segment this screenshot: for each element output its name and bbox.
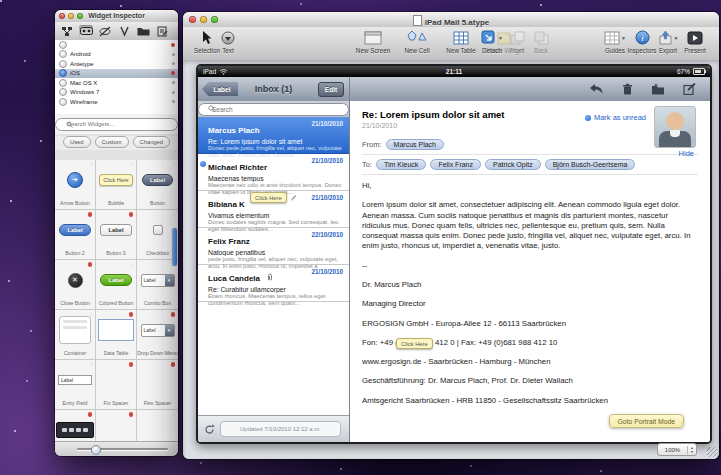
- mail-search-input[interactable]: [198, 103, 349, 116]
- click-here-annotation[interactable]: Click Here: [396, 338, 433, 349]
- widget-cell-colored-button[interactable]: ⁝ Label Colored Button: [96, 260, 136, 309]
- filter-changed-button[interactable]: Changed: [133, 136, 171, 148]
- widget-cell-fix-spacer[interactable]: Fix Spacer: [96, 360, 136, 409]
- new-table-icon: [453, 31, 469, 45]
- hide-widget-icon[interactable]: [98, 25, 112, 38]
- attachment-paperclip-icon: [266, 273, 274, 282]
- toolbar-present[interactable]: Present: [673, 29, 717, 54]
- zoom-value: 100%: [658, 447, 687, 453]
- trash-icon[interactable]: [622, 83, 633, 95]
- updated-status: Updated 7/10/2010 12:12 a.m.: [220, 421, 341, 437]
- filter-used-button[interactable]: Used: [63, 136, 91, 148]
- stars: [0, 0, 2, 2]
- widget-graph-icon[interactable]: [60, 25, 74, 38]
- widget-filters: Used Custom Changed: [55, 136, 178, 150]
- widget-cell[interactable]: [96, 410, 136, 442]
- widget-cell-close-button[interactable]: ✕ Close Button: [55, 260, 95, 309]
- platform-item-android[interactable]: Android: [55, 50, 178, 60]
- platform-item-ios[interactable]: iOS: [55, 69, 178, 79]
- zoom-slider-strip: [55, 441, 178, 456]
- platform-item-wireframe[interactable]: Wireframe: [55, 97, 178, 107]
- mark-as-unread-link[interactable]: Mark as unread: [585, 113, 646, 122]
- platform-ball-icon: [59, 98, 67, 106]
- message-toolbar: [350, 77, 710, 102]
- refresh-icon[interactable]: [204, 424, 215, 435]
- data-table-preview: [98, 319, 134, 341]
- keyboard-preview: [56, 422, 94, 438]
- goto-portrait-mode-annotation[interactable]: Goto Portrait Mode: [609, 414, 684, 428]
- mail-list-pane: Label Inbox (1) Edit Marcus Plach 21/10/…: [198, 77, 350, 442]
- recipient-pill[interactable]: Björn Busch-Geertsema: [545, 159, 636, 170]
- move-to-folder-icon[interactable]: [651, 84, 665, 95]
- add-platform-row[interactable]: [55, 40, 178, 50]
- from-label: From:: [362, 140, 382, 149]
- widget-cell-container[interactable]: ⁝ Container: [55, 310, 95, 359]
- pen-tool-icon[interactable]: [117, 25, 131, 38]
- toolbar-text-tool[interactable]: Text: [206, 29, 250, 54]
- send-back-icon: [534, 31, 549, 45]
- message-date: 21/10/2010: [362, 122, 698, 129]
- unread-dot-icon: [200, 161, 206, 167]
- toolbar-new-cell[interactable]: New Cell: [395, 29, 439, 54]
- arrow-button-preview-icon: ➔: [67, 172, 83, 188]
- platform-item-windows7[interactable]: Windows 7: [55, 88, 178, 98]
- widget-cell-arrow-button[interactable]: ⁝ ➔ Arrow Button: [55, 160, 95, 209]
- hide-link[interactable]: Hide: [679, 149, 694, 158]
- body-paragraph: Lorem ipsum dolor sit amet, consectetuer…: [362, 200, 698, 251]
- inspector-toolbar: [55, 22, 178, 41]
- platform-ball-icon: [59, 79, 67, 87]
- widget-cell-drop-down-menu[interactable]: Label▼ Drop Down Menu: [137, 310, 178, 359]
- main-titlebar[interactable]: iPad Mail 5.atype: [183, 12, 719, 28]
- mail-item-michael-richter[interactable]: Michael Richter 21/10/2010 Maecenas temp…: [198, 154, 349, 191]
- widget-cell-entry-field[interactable]: ⁝ Label Entry Field: [55, 360, 95, 409]
- platform-item-macosx[interactable]: Mac OS X: [55, 78, 178, 88]
- main-toolbar: Selection Text New Screen New Cell New T…: [183, 27, 719, 61]
- filter-custom-button[interactable]: Custom: [95, 136, 129, 148]
- library-folder-icon[interactable]: [136, 25, 150, 38]
- document-proxy-icon: [413, 15, 422, 26]
- widget-cell-flex-spacer[interactable]: Flex Spacer: [137, 360, 178, 409]
- widget-grid: ⁝ ➔ Arrow Button ⁝ Click Here Bubble ⁝ L…: [55, 160, 178, 442]
- widget-cell-keyboard[interactable]: [55, 410, 95, 442]
- message-pane: Re: Lorem ipsum dolor sit amet 21/10/201…: [350, 77, 710, 442]
- widget-cell-button[interactable]: ⁝ Label Button: [137, 160, 178, 209]
- annotation-pencil-icon: [290, 194, 297, 202]
- resize-grip[interactable]: [707, 447, 717, 457]
- widget-cell-button-2[interactable]: Label Button 2: [55, 210, 95, 259]
- mail-item-bibiana[interactable]: Bibiana K Click Here 21/10/2010 Vivamus …: [198, 191, 349, 228]
- click-here-annotation[interactable]: Click Here: [250, 192, 287, 203]
- widget-cell-bubble[interactable]: ⁝ Click Here Bubble: [96, 160, 136, 209]
- screen-widgets-icon[interactable]: [79, 25, 93, 38]
- platform-item-antetype[interactable]: Antetype: [55, 59, 178, 69]
- search-icon: [208, 105, 216, 113]
- zoom-slider-track[interactable]: [77, 448, 168, 450]
- greeting: Hi,: [362, 181, 698, 191]
- company-line: ERGOSIGN GmbH - Europa-Allee 12 - 66113 …: [362, 319, 698, 329]
- mail-item-luca-candela[interactable]: Luca Candela 21/10/2010 Re: Curabitur ul…: [198, 265, 349, 302]
- new-screen-icon: [364, 31, 382, 45]
- zoom-stepper[interactable]: ▲▼: [687, 446, 696, 454]
- edit-document-icon[interactable]: [155, 25, 169, 38]
- canvas-zoom-control[interactable]: 100% ▲▼: [657, 443, 697, 456]
- widget-cell-data-table[interactable]: Data Table: [96, 310, 136, 359]
- compose-icon[interactable]: [683, 83, 696, 95]
- reply-icon[interactable]: [589, 83, 604, 95]
- to-label: To:: [362, 160, 372, 169]
- guides-icon: [604, 31, 620, 45]
- design-canvas[interactable]: iPad 21:11 67% Label Inbox (1) Edit: [183, 60, 719, 459]
- widget-cell-combo-box[interactable]: ⁝ Label▼ Combo Box: [137, 260, 178, 309]
- recipient-pill[interactable]: Felix Franz: [430, 159, 481, 170]
- vertical-scrollbar-thumb[interactable]: [172, 228, 177, 266]
- toolbar-new-screen[interactable]: New Screen: [351, 29, 395, 54]
- mail-item-felix-franz[interactable]: Felix Franz 22/10/2010 Natoque penatibus…: [198, 228, 349, 265]
- from-pill[interactable]: Marcus Plach: [386, 139, 444, 150]
- recipient-pill[interactable]: Patrick Opitz: [485, 159, 541, 170]
- recipient-pill[interactable]: Tim Kleuck: [376, 159, 426, 170]
- combo-arrow-icon: ▼: [165, 325, 174, 336]
- mail-item-marcus-plach[interactable]: Marcus Plach 21/10/2010 Re: Lorem ipsum …: [198, 117, 349, 154]
- text-tool-icon: [221, 31, 235, 45]
- widget-cell-button-3[interactable]: Label Button 3: [96, 210, 136, 259]
- zoom-slider-knob[interactable]: [91, 445, 101, 455]
- widget-cell[interactable]: ⁝: [137, 410, 178, 442]
- widget-search-input[interactable]: [55, 118, 178, 131]
